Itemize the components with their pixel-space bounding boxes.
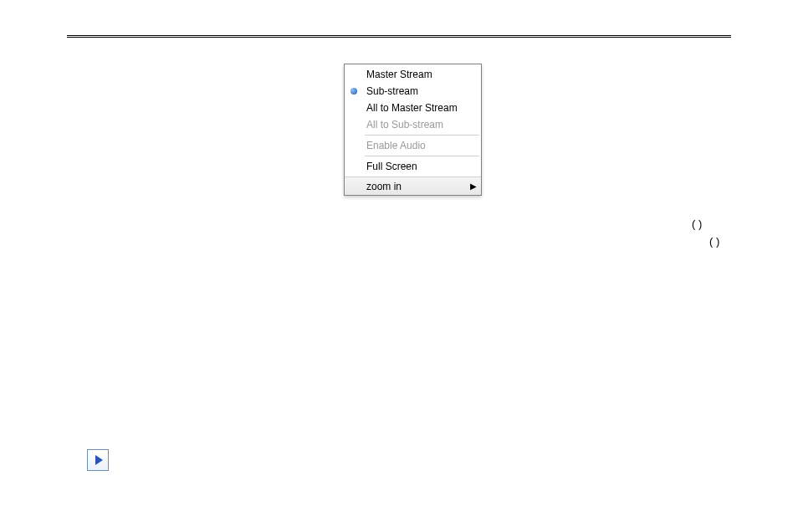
double-rule-divider <box>67 35 731 38</box>
menu-label: Full Screen <box>363 161 481 172</box>
play-button[interactable] <box>87 449 109 471</box>
menu-label: zoom in <box>363 181 469 192</box>
menu-label: Enable Audio <box>363 140 481 151</box>
paren-text-1: ( ) <box>692 217 702 230</box>
paren-text-2: ( ) <box>709 235 719 248</box>
menu-label: Master Stream <box>363 69 481 80</box>
stream-context-menu: Master Stream Sub-stream All to Master S… <box>344 64 482 196</box>
menu-item-all-sub: All to Sub-stream <box>345 116 481 133</box>
menu-item-master-stream[interactable]: Master Stream <box>345 66 481 83</box>
play-icon <box>95 455 103 465</box>
menu-item-full-screen[interactable]: Full Screen <box>345 158 481 175</box>
menu-label: Sub-stream <box>363 85 481 97</box>
radio-indicator-selected <box>345 88 363 95</box>
radio-dot-icon <box>350 88 357 95</box>
menu-item-enable-audio: Enable Audio <box>345 137 481 154</box>
menu-item-sub-stream[interactable]: Sub-stream <box>345 83 481 100</box>
menu-label: All to Master Stream <box>363 102 481 114</box>
menu-item-zoom-in[interactable]: zoom in ▶ <box>345 176 481 195</box>
menu-label: All to Sub-stream <box>363 119 481 130</box>
chevron-right-icon: ▶ <box>469 182 481 191</box>
menu-item-all-master[interactable]: All to Master Stream <box>345 100 481 116</box>
